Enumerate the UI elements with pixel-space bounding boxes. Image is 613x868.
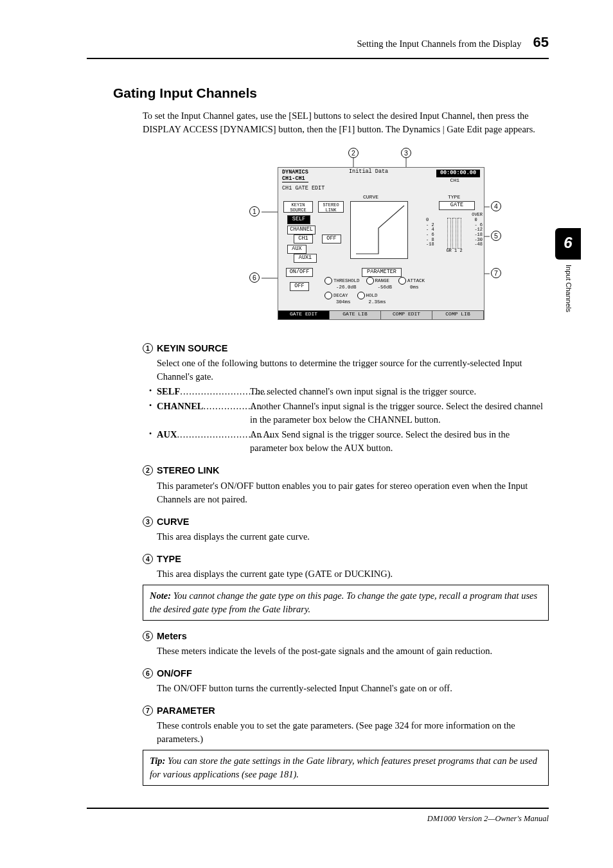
gate-edit-figure: 1 2 3 4 5 6 7 DYNAMICS CH1-CH1 Initial D… <box>213 148 547 326</box>
figure-callout-7: 7 <box>491 268 502 278</box>
section-5-title: Meters <box>157 631 187 641</box>
section-7-body: These controls enable you to set the gat… <box>143 719 549 746</box>
meter-gr-label: GR 1 2 <box>426 249 483 254</box>
meter-bars <box>447 218 461 249</box>
section-2-title: STEREO LINK <box>157 465 219 475</box>
section-6-body: The ON/OFF button turns the currently-se… <box>143 682 549 695</box>
note-lead: Note: <box>150 590 171 601</box>
figure-callout-1: 1 <box>249 206 261 217</box>
figure-callout-6: 6 <box>249 272 261 283</box>
circled-1-icon: 1 <box>143 343 153 353</box>
meter-scale-right: 0 - 6 -12 -18 -30 -48 <box>474 218 483 249</box>
section-1-heading: 1 KEYIN SOURCE <box>143 342 549 355</box>
section-3-heading: 3 CURVE <box>143 515 549 529</box>
circled-6-icon: 6 <box>143 668 153 678</box>
hold-knob[interactable]: HOLD 2.35ms <box>357 292 386 305</box>
circled-5-icon: 5 <box>143 631 153 641</box>
section-1-body: Select one of the following buttons to d… <box>143 357 549 384</box>
meters-area: OVER 0 - 2 - 4 - 6 - 8 -18 <box>426 213 483 259</box>
figure-callout-4: 4 <box>491 201 502 211</box>
list-item: SELF.............................. The s… <box>157 385 549 398</box>
note-callout: Note: You cannot change the gate type on… <box>143 585 549 621</box>
page-content: Gating Input Channels To set the Input C… <box>0 59 613 786</box>
meter-scale-left: 0 - 2 - 4 - 6 - 8 -18 <box>426 218 434 249</box>
gate-curve-icon <box>353 202 408 258</box>
screen-title: DYNAMICS CH1-CH1 <box>282 170 308 182</box>
intro-paragraph: To set the Input Channel gates, use the … <box>143 109 549 136</box>
onoff-button[interactable]: OFF <box>290 282 309 290</box>
section-5-heading: 5 Meters <box>143 630 549 643</box>
self-button[interactable]: SELF <box>287 215 310 224</box>
figure-callout-5: 5 <box>491 231 502 241</box>
section-3-body: This area displays the current gate curv… <box>143 530 549 544</box>
section-7-title: PARAMETER <box>157 705 215 716</box>
section-7-heading: 7 PARAMETER <box>143 704 549 718</box>
screen-tabs: GATE EDIT GATE LIB COMP EDIT COMP LIB <box>278 310 484 319</box>
section-5-body: These meters indicate the levels of the … <box>143 644 549 658</box>
list-item: AUX................................ An A… <box>157 428 549 455</box>
section-6-title: ON/OFF <box>157 668 192 678</box>
aux-value-box[interactable]: AUX1 <box>294 254 317 262</box>
curve-display <box>350 201 408 259</box>
aux-button[interactable]: AUX <box>287 245 306 253</box>
footer-text: DM1000 Version 2—Owner's Manual <box>0 809 613 824</box>
onoff-section-label: ON/OFF <box>286 268 313 276</box>
type-value-box: GATE <box>439 201 475 209</box>
section-1-title: KEYIN SOURCE <box>157 343 227 353</box>
keyin-source-list: SELF.............................. The s… <box>143 385 549 455</box>
screen-ch-label: CH1 <box>450 178 459 184</box>
circled-3-icon: 3 <box>143 517 153 527</box>
header-section-title: Setting the Input Channels from the Disp… <box>357 37 521 51</box>
attack-knob[interactable]: ATTACK 0ms <box>398 277 425 290</box>
figure-callout-3: 3 <box>401 148 413 158</box>
stereo-link-button[interactable]: STEREO LINK <box>318 201 344 213</box>
parameter-section-label: PARAMETER <box>362 268 402 276</box>
page-number: 65 <box>533 32 549 53</box>
section-6-heading: 6 ON/OFF <box>143 667 549 680</box>
page-title: Gating Input Channels <box>113 84 549 103</box>
tab-comp-lib[interactable]: COMP LIB <box>432 311 484 319</box>
section-2-heading: 2 STEREO LINK <box>143 464 549 477</box>
section-2-body: This parameter's ON/OFF button enables y… <box>143 479 549 506</box>
circled-7-icon: 7 <box>143 705 153 716</box>
channel-value-box[interactable]: CH1 <box>294 235 313 243</box>
parameter-knob-row: THRESHOLD -26.0dB RANGE -56dB ATTACK 0ms… <box>324 277 480 305</box>
curve-label: CURVE <box>363 195 378 200</box>
section-4-body: This area displays the current gate type… <box>143 567 549 581</box>
tip-lead: Tip: <box>150 756 165 766</box>
screen-timecode: 00:00:00.00 <box>436 170 480 177</box>
tab-gate-lib[interactable]: GATE LIB <box>330 311 381 319</box>
gate-edit-screen: DYNAMICS CH1-CH1 Initial Data 00:00:00.0… <box>278 167 484 320</box>
section-4-title: TYPE <box>157 554 181 564</box>
tip-callout: Tip: You can store the gate settings in … <box>143 750 549 786</box>
tip-body: You can store the gate settings in the G… <box>150 756 537 779</box>
screen-subtitle: CH1 GATE EDIT <box>282 186 324 191</box>
screen-init-data: Initial Data <box>349 169 388 175</box>
figure-callout-2: 2 <box>348 148 360 158</box>
channel-button[interactable]: CHANNEL <box>287 226 315 234</box>
stereo-link-off[interactable]: OFF <box>322 235 341 243</box>
keyin-source-button[interactable]: KEYIN SOURCE <box>283 201 313 213</box>
type-label: TYPE <box>448 195 460 200</box>
tab-comp-edit[interactable]: COMP EDIT <box>381 311 432 319</box>
section-4-heading: 4 TYPE <box>143 553 549 566</box>
range-knob[interactable]: RANGE -56dB <box>366 277 393 290</box>
circled-4-icon: 4 <box>143 554 153 564</box>
running-header: Setting the Input Channels from the Disp… <box>0 0 613 58</box>
circled-2-icon: 2 <box>143 465 153 475</box>
section-3-title: CURVE <box>157 517 190 527</box>
decay-knob[interactable]: DECAY 304ms <box>324 292 351 305</box>
tab-gate-edit[interactable]: GATE EDIT <box>278 311 330 319</box>
list-item: CHANNEL.................... Another Chan… <box>157 400 549 427</box>
threshold-knob[interactable]: THRESHOLD -26.0dB <box>324 277 360 290</box>
